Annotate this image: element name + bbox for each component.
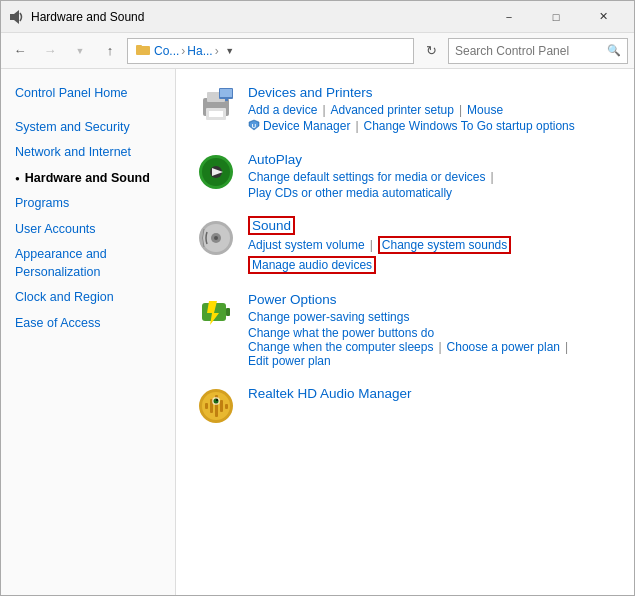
up-button[interactable]: ↑	[97, 38, 123, 64]
title-bar-title: Hardware and Sound	[31, 10, 486, 24]
realtek-icon	[196, 386, 236, 426]
section-realtek: Realtek HD Audio Manager	[196, 386, 614, 426]
svg-text:U: U	[252, 123, 256, 129]
svg-rect-7	[209, 111, 223, 117]
svg-marker-1	[14, 10, 19, 24]
link-windows-to-go[interactable]: Change Windows To Go startup options	[364, 119, 575, 134]
path-separator-2: ›	[215, 44, 219, 58]
autoplay-sublinks: Play CDs or other media automatically	[248, 186, 499, 200]
link-adjust-volume[interactable]: Adjust system volume	[248, 238, 365, 252]
link-device-manager[interactable]: Device Manager	[263, 119, 350, 134]
section-power: Power Options Change power-saving settin…	[196, 292, 614, 368]
autoplay-title[interactable]: AutoPlay	[248, 152, 302, 167]
close-button[interactable]: ✕	[580, 1, 626, 33]
link-default-settings[interactable]: Change default settings for media or dev…	[248, 170, 485, 184]
autoplay-icon	[196, 152, 236, 192]
content-area: Devices and Printers Add a device | Adva…	[176, 69, 634, 596]
autoplay-links: Change default settings for media or dev…	[248, 170, 499, 184]
sidebar-item-ease-access[interactable]: Ease of Access	[1, 311, 175, 337]
devices-printers-sublinks: U Device Manager | Change Windows To Go …	[248, 119, 575, 134]
sidebar-item-appearance[interactable]: Appearance and Personalization	[1, 242, 175, 285]
sound-links: Adjust system volume | Change system sou…	[248, 236, 511, 254]
power-title[interactable]: Power Options	[248, 292, 337, 307]
svg-rect-24	[226, 308, 230, 316]
link-add-device[interactable]: Add a device	[248, 103, 317, 117]
realtek-content: Realtek HD Audio Manager	[248, 386, 412, 401]
sidebar-item-system-security[interactable]: System and Security	[1, 115, 175, 141]
sidebar-item-network-internet[interactable]: Network and Internet	[1, 140, 175, 166]
address-path[interactable]: Co... › Ha... › ▼	[127, 38, 414, 64]
path-dropdown[interactable]: ▼	[221, 42, 239, 60]
autoplay-content: AutoPlay Change default settings for med…	[248, 152, 499, 200]
sidebar-item-hardware-sound[interactable]: Hardware and Sound	[1, 166, 175, 192]
link-advanced-printer[interactable]: Advanced printer setup	[331, 103, 454, 117]
link-computer-sleeps[interactable]: Change when the computer sleeps	[248, 340, 433, 354]
link-change-system-sounds[interactable]: Change system sounds	[378, 236, 511, 254]
link-power-buttons[interactable]: Change what the power buttons do	[248, 326, 434, 340]
path-co: Co...	[154, 44, 179, 58]
svg-rect-28	[205, 403, 208, 409]
maximize-button[interactable]: □	[533, 1, 579, 33]
devices-printers-content: Devices and Printers Add a device | Adva…	[248, 85, 575, 134]
recent-button[interactable]: ▼	[67, 38, 93, 64]
link-choose-power-plan[interactable]: Choose a power plan	[447, 340, 560, 354]
path-ha: Ha...	[187, 44, 212, 58]
link-edit-power-plan[interactable]: Edit power plan	[248, 354, 331, 368]
search-icon: 🔍	[607, 44, 621, 57]
power-sublinks: Change what the power buttons do Change …	[248, 326, 614, 368]
sidebar-item-user-accounts[interactable]: User Accounts	[1, 217, 175, 243]
svg-point-34	[214, 399, 219, 404]
title-bar-controls: − □ ✕	[486, 1, 626, 33]
address-bar: ← → ▼ ↑ Co... › Ha... › ▼ ↻ 🔍	[1, 33, 634, 69]
sidebar-item-control-panel-home[interactable]: Control Panel Home	[1, 81, 175, 107]
svg-rect-3	[136, 45, 142, 48]
sound-title[interactable]: Sound	[248, 216, 295, 235]
power-links: Change power-saving settings	[248, 310, 614, 324]
svg-rect-32	[225, 404, 228, 409]
link-manage-audio[interactable]: Manage audio devices	[248, 256, 376, 274]
devices-printers-icon	[196, 85, 236, 125]
forward-button[interactable]: →	[37, 38, 63, 64]
sound-sublinks: Manage audio devices	[248, 256, 511, 274]
title-bar-icon	[9, 9, 25, 25]
power-icon	[196, 292, 236, 332]
link-play-cds[interactable]: Play CDs or other media automatically	[248, 186, 452, 200]
sidebar-item-programs[interactable]: Programs	[1, 191, 175, 217]
power-content: Power Options Change power-saving settin…	[248, 292, 614, 368]
title-bar: Hardware and Sound − □ ✕	[1, 1, 634, 33]
back-button[interactable]: ←	[7, 38, 33, 64]
hardware-sound-label: Hardware and Sound	[25, 170, 150, 188]
svg-rect-9	[220, 89, 232, 97]
section-devices-printers: Devices and Printers Add a device | Adva…	[196, 85, 614, 134]
search-input[interactable]	[455, 44, 607, 58]
main-layout: Control Panel Home System and Security N…	[1, 69, 634, 596]
section-autoplay: AutoPlay Change default settings for med…	[196, 152, 614, 200]
device-manager-shield: U	[248, 119, 260, 134]
sound-icon	[196, 218, 236, 258]
minimize-button[interactable]: −	[486, 1, 532, 33]
devices-printers-title[interactable]: Devices and Printers	[248, 85, 373, 100]
link-mouse[interactable]: Mouse	[467, 103, 503, 117]
section-sound: Sound Adjust system volume | Change syst…	[196, 218, 614, 274]
sidebar: Control Panel Home System and Security N…	[1, 69, 176, 596]
realtek-title[interactable]: Realtek HD Audio Manager	[248, 386, 412, 401]
refresh-button[interactable]: ↻	[418, 38, 444, 64]
link-power-saving[interactable]: Change power-saving settings	[248, 310, 409, 324]
path-folder-icon	[136, 43, 150, 58]
sidebar-item-clock-region[interactable]: Clock and Region	[1, 285, 175, 311]
svg-point-22	[214, 236, 218, 240]
svg-rect-0	[10, 14, 14, 20]
sound-content: Sound Adjust system volume | Change syst…	[248, 218, 511, 274]
svg-rect-10	[225, 99, 228, 101]
path-separator-1: ›	[181, 44, 185, 58]
devices-printers-links: Add a device | Advanced printer setup | …	[248, 103, 575, 117]
search-box: 🔍	[448, 38, 628, 64]
svg-rect-31	[220, 400, 223, 412]
svg-point-35	[216, 399, 218, 401]
